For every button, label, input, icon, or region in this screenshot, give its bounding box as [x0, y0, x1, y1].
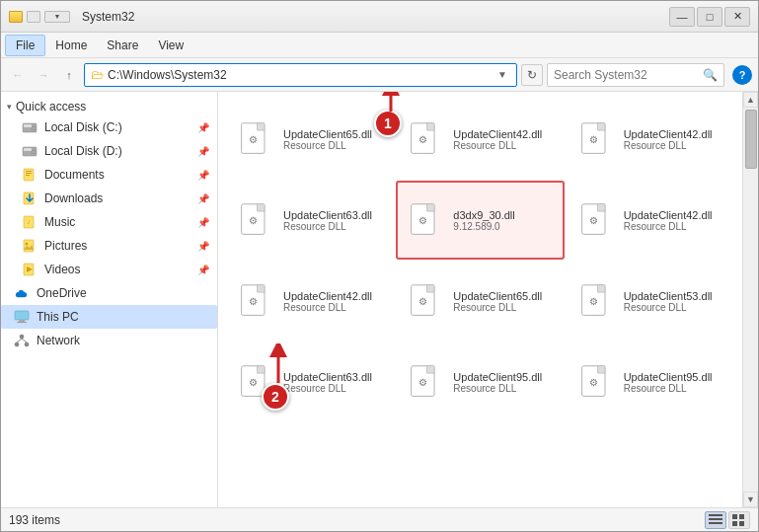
file-info: UpdateClient42.dllResource DLL [283, 290, 384, 313]
menu-file[interactable]: File [5, 35, 45, 56]
maximize-button[interactable]: □ [697, 7, 722, 27]
scroll-down-button[interactable]: ▼ [743, 492, 758, 507]
svg-point-21 [15, 342, 19, 346]
menu-home[interactable]: Home [45, 36, 97, 55]
sidebar-item-documents[interactable]: Documents 📌 [1, 163, 217, 187]
file-item[interactable]: ⚙ UpdateClient63.dllResource DLL [226, 181, 394, 260]
file-item[interactable]: ⚙ UpdateClient65.dllResource DLL [396, 262, 564, 341]
file-type: Resource DLL [624, 302, 724, 313]
onedrive-icon [13, 285, 31, 301]
sidebar-item-downloads[interactable]: Downloads 📌 [1, 187, 217, 210]
sidebar-item-network[interactable]: Network [1, 329, 217, 352]
svg-rect-9 [26, 175, 30, 176]
this-pc-label: This PC [37, 310, 209, 324]
explorer-window: ▼ System32 — □ ✕ File Home Share View ← … [0, 0, 759, 532]
sidebar-item-pictures[interactable]: Pictures 📌 [1, 234, 217, 258]
pictures-icon [21, 238, 38, 254]
onedrive-label: OneDrive [37, 286, 209, 300]
file-item[interactable]: ⚙ UpdateClient42.dllResource DLL [226, 262, 394, 341]
svg-rect-19 [17, 322, 27, 323]
file-icon: ⚙ [576, 362, 616, 402]
drive-c-icon [21, 119, 38, 135]
svg-rect-75 [709, 514, 722, 516]
view-large-icons-button[interactable] [728, 511, 750, 529]
file-item[interactable]: ⚙ UpdateClient42.dllResource DLL [567, 100, 734, 179]
file-item[interactable]: ⚙ UpdateClient65.dllResource DLL [226, 100, 394, 179]
file-item[interactable]: ⚙ UpdateClient63.dllResource DLL [226, 342, 394, 421]
svg-point-22 [25, 342, 29, 346]
file-item[interactable]: ⚙ UpdateClient42.dllResource DLL [396, 100, 564, 179]
file-icon: ⚙ [576, 281, 616, 321]
scrollbar-track [743, 108, 758, 492]
local-disk-d-label: Local Disk (D:) [44, 144, 193, 158]
file-item[interactable]: ⚙ UpdateClient53.dllResource DLL [567, 262, 734, 341]
app-icon-3: ▼ [44, 11, 70, 23]
file-type: Resource DLL [453, 302, 554, 313]
file-info: UpdateClient65.dllResource DLL [283, 128, 384, 151]
sidebar-item-onedrive[interactable]: OneDrive [1, 281, 217, 305]
main-area: ▾ Quick access Local Disk (C:) 📌 [1, 92, 758, 507]
file-name: UpdateClient95.dll [453, 371, 554, 383]
file-item[interactable]: ⚙ d3dx9_30.dll9.12.589.0 [396, 181, 564, 260]
file-name: UpdateClient65.dll [453, 290, 554, 302]
svg-rect-78 [732, 514, 737, 519]
window-title: System32 [82, 10, 669, 24]
menu-view[interactable]: View [148, 36, 193, 55]
address-input-wrap[interactable]: 🗁 ▼ [84, 63, 517, 87]
close-button[interactable]: ✕ [724, 7, 750, 27]
view-details-button[interactable] [705, 511, 726, 529]
file-name: UpdateClient42.dll [624, 209, 724, 221]
search-wrap: 🔍 [547, 63, 724, 87]
svg-text:⚙: ⚙ [249, 296, 258, 307]
sidebar-item-this-pc[interactable]: This PC [1, 305, 217, 329]
network-icon [13, 333, 31, 348]
sidebar-section-quick-access[interactable]: ▾ Quick access [1, 96, 217, 115]
app-icon-2 [27, 11, 40, 23]
help-button[interactable]: ? [732, 65, 752, 85]
svg-point-5 [32, 150, 36, 154]
scrollbar-thumb[interactable] [745, 110, 757, 169]
refresh-button[interactable]: ↻ [521, 64, 543, 86]
minimize-button[interactable]: — [669, 7, 695, 27]
search-input[interactable] [554, 68, 703, 82]
svg-rect-71 [597, 366, 604, 373]
pin-pictures-icon: 📌 [197, 241, 209, 252]
file-item[interactable]: ⚙ UpdateClient95.dllResource DLL [567, 342, 734, 421]
pin-c-icon: 📌 [197, 122, 209, 133]
address-dropdown-icon[interactable]: ▼ [494, 69, 510, 80]
sidebar-item-music[interactable]: ♪ Music 📌 [1, 210, 217, 234]
sidebar-item-local-disk-c[interactable]: Local Disk (C:) 📌 [1, 115, 217, 139]
svg-rect-39 [258, 204, 265, 211]
pictures-label: Pictures [44, 239, 193, 253]
quick-access-chevron: ▾ [7, 102, 12, 112]
back-button[interactable]: ← [7, 64, 29, 86]
svg-rect-55 [427, 285, 434, 292]
svg-rect-80 [732, 521, 737, 526]
sidebar-item-videos[interactable]: Videos 📌 [1, 258, 217, 281]
vertical-scrollbar[interactable]: ▲ ▼ [742, 92, 758, 507]
pin-docs-icon: 📌 [197, 170, 209, 181]
file-name: UpdateClient42.dll [453, 128, 554, 140]
svg-rect-27 [258, 123, 265, 130]
menu-share[interactable]: Share [97, 36, 148, 55]
scroll-up-button[interactable]: ▲ [743, 92, 758, 108]
file-icon: ⚙ [236, 200, 275, 240]
address-input[interactable] [108, 68, 494, 82]
file-item[interactable]: ⚙ UpdateClient42.dllResource DLL [567, 181, 734, 260]
svg-text:⚙: ⚙ [588, 377, 597, 388]
svg-rect-81 [739, 521, 744, 526]
up-button[interactable]: ↑ [58, 64, 80, 86]
svg-text:⚙: ⚙ [588, 134, 597, 145]
svg-text:⚙: ⚙ [418, 296, 427, 307]
sidebar-item-local-disk-d[interactable]: Local Disk (D:) 📌 [1, 139, 217, 163]
forward-button[interactable]: → [33, 64, 54, 86]
file-item[interactable]: ⚙ UpdateClient95.dllResource DLL [396, 342, 564, 421]
file-icon: ⚙ [576, 200, 616, 240]
search-icon[interactable]: 🔍 [703, 68, 718, 82]
pin-d-icon: 📌 [197, 146, 209, 157]
status-bar: 193 items [1, 507, 758, 531]
svg-rect-67 [427, 366, 434, 373]
file-name: UpdateClient65.dll [283, 128, 384, 140]
file-name: d3dx9_30.dll [453, 209, 554, 221]
file-name: UpdateClient53.dll [624, 290, 724, 302]
